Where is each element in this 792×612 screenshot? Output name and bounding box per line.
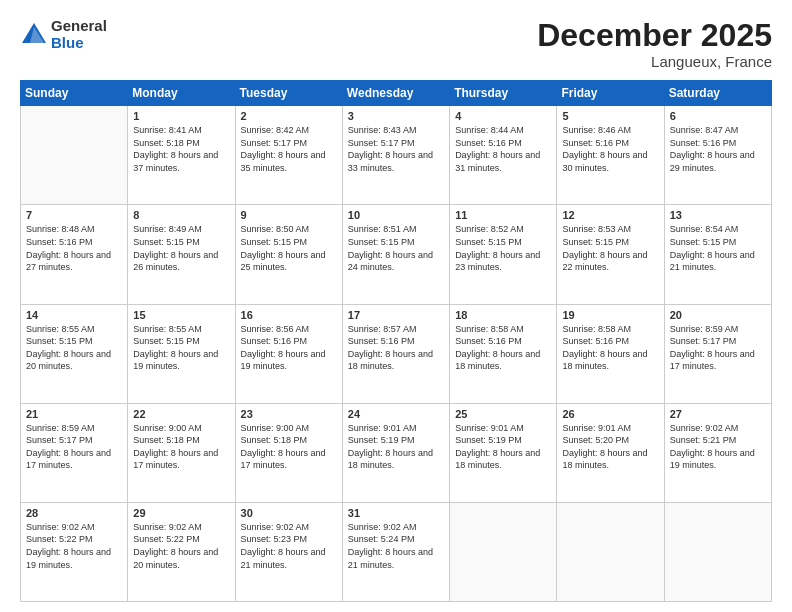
day-number: 20 (670, 309, 766, 321)
calendar-cell: 5Sunrise: 8:46 AMSunset: 5:16 PMDaylight… (557, 106, 664, 205)
day-info: Sunrise: 9:01 AMSunset: 5:19 PMDaylight:… (455, 422, 551, 472)
calendar-cell: 26Sunrise: 9:01 AMSunset: 5:20 PMDayligh… (557, 403, 664, 502)
calendar-cell: 30Sunrise: 9:02 AMSunset: 5:23 PMDayligh… (235, 502, 342, 601)
calendar-cell: 15Sunrise: 8:55 AMSunset: 5:15 PMDayligh… (128, 304, 235, 403)
day-number: 11 (455, 209, 551, 221)
day-info: Sunrise: 9:00 AMSunset: 5:18 PMDaylight:… (133, 422, 229, 472)
calendar-cell: 1Sunrise: 8:41 AMSunset: 5:18 PMDaylight… (128, 106, 235, 205)
day-info: Sunrise: 8:48 AMSunset: 5:16 PMDaylight:… (26, 223, 122, 273)
day-info: Sunrise: 9:02 AMSunset: 5:22 PMDaylight:… (26, 521, 122, 571)
day-number: 24 (348, 408, 444, 420)
calendar-cell: 23Sunrise: 9:00 AMSunset: 5:18 PMDayligh… (235, 403, 342, 502)
calendar-cell: 31Sunrise: 9:02 AMSunset: 5:24 PMDayligh… (342, 502, 449, 601)
day-number: 2 (241, 110, 337, 122)
calendar-cell: 20Sunrise: 8:59 AMSunset: 5:17 PMDayligh… (664, 304, 771, 403)
day-number: 13 (670, 209, 766, 221)
calendar-cell: 21Sunrise: 8:59 AMSunset: 5:17 PMDayligh… (21, 403, 128, 502)
day-info: Sunrise: 9:02 AMSunset: 5:23 PMDaylight:… (241, 521, 337, 571)
calendar-week-5: 28Sunrise: 9:02 AMSunset: 5:22 PMDayligh… (21, 502, 772, 601)
calendar-table: Sunday Monday Tuesday Wednesday Thursday… (20, 80, 772, 602)
day-info: Sunrise: 8:58 AMSunset: 5:16 PMDaylight:… (562, 323, 658, 373)
day-info: Sunrise: 8:51 AMSunset: 5:15 PMDaylight:… (348, 223, 444, 273)
calendar-week-1: 1Sunrise: 8:41 AMSunset: 5:18 PMDaylight… (21, 106, 772, 205)
calendar-week-2: 7Sunrise: 8:48 AMSunset: 5:16 PMDaylight… (21, 205, 772, 304)
col-sunday: Sunday (21, 81, 128, 106)
day-info: Sunrise: 8:53 AMSunset: 5:15 PMDaylight:… (562, 223, 658, 273)
day-number: 30 (241, 507, 337, 519)
calendar-cell: 25Sunrise: 9:01 AMSunset: 5:19 PMDayligh… (450, 403, 557, 502)
calendar-header-row: Sunday Monday Tuesday Wednesday Thursday… (21, 81, 772, 106)
calendar-cell: 27Sunrise: 9:02 AMSunset: 5:21 PMDayligh… (664, 403, 771, 502)
logo-blue: Blue (51, 35, 107, 52)
day-number: 8 (133, 209, 229, 221)
calendar-cell: 7Sunrise: 8:48 AMSunset: 5:16 PMDaylight… (21, 205, 128, 304)
day-number: 10 (348, 209, 444, 221)
calendar-cell: 9Sunrise: 8:50 AMSunset: 5:15 PMDaylight… (235, 205, 342, 304)
location-label: Langueux, France (537, 53, 772, 70)
day-info: Sunrise: 8:46 AMSunset: 5:16 PMDaylight:… (562, 124, 658, 174)
day-number: 16 (241, 309, 337, 321)
day-info: Sunrise: 8:50 AMSunset: 5:15 PMDaylight:… (241, 223, 337, 273)
calendar-cell: 13Sunrise: 8:54 AMSunset: 5:15 PMDayligh… (664, 205, 771, 304)
calendar-cell: 17Sunrise: 8:57 AMSunset: 5:16 PMDayligh… (342, 304, 449, 403)
day-info: Sunrise: 8:52 AMSunset: 5:15 PMDaylight:… (455, 223, 551, 273)
day-info: Sunrise: 9:02 AMSunset: 5:22 PMDaylight:… (133, 521, 229, 571)
calendar-cell: 3Sunrise: 8:43 AMSunset: 5:17 PMDaylight… (342, 106, 449, 205)
calendar-cell: 22Sunrise: 9:00 AMSunset: 5:18 PMDayligh… (128, 403, 235, 502)
day-number: 29 (133, 507, 229, 519)
calendar-cell: 11Sunrise: 8:52 AMSunset: 5:15 PMDayligh… (450, 205, 557, 304)
logo: General Blue (20, 18, 107, 51)
calendar-cell: 24Sunrise: 9:01 AMSunset: 5:19 PMDayligh… (342, 403, 449, 502)
calendar-cell: 12Sunrise: 8:53 AMSunset: 5:15 PMDayligh… (557, 205, 664, 304)
day-number: 6 (670, 110, 766, 122)
calendar-cell: 8Sunrise: 8:49 AMSunset: 5:15 PMDaylight… (128, 205, 235, 304)
day-number: 22 (133, 408, 229, 420)
calendar-week-3: 14Sunrise: 8:55 AMSunset: 5:15 PMDayligh… (21, 304, 772, 403)
day-number: 1 (133, 110, 229, 122)
day-info: Sunrise: 9:01 AMSunset: 5:20 PMDaylight:… (562, 422, 658, 472)
day-number: 7 (26, 209, 122, 221)
day-number: 3 (348, 110, 444, 122)
day-number: 12 (562, 209, 658, 221)
day-number: 18 (455, 309, 551, 321)
day-info: Sunrise: 9:01 AMSunset: 5:19 PMDaylight:… (348, 422, 444, 472)
calendar-cell: 29Sunrise: 9:02 AMSunset: 5:22 PMDayligh… (128, 502, 235, 601)
title-block: December 2025 Langueux, France (537, 18, 772, 70)
calendar-cell: 14Sunrise: 8:55 AMSunset: 5:15 PMDayligh… (21, 304, 128, 403)
logo-icon (20, 21, 48, 49)
day-info: Sunrise: 9:02 AMSunset: 5:24 PMDaylight:… (348, 521, 444, 571)
day-info: Sunrise: 8:42 AMSunset: 5:17 PMDaylight:… (241, 124, 337, 174)
calendar-body: 1Sunrise: 8:41 AMSunset: 5:18 PMDaylight… (21, 106, 772, 602)
month-year-title: December 2025 (537, 18, 772, 53)
calendar-cell (557, 502, 664, 601)
day-number: 21 (26, 408, 122, 420)
calendar-cell: 10Sunrise: 8:51 AMSunset: 5:15 PMDayligh… (342, 205, 449, 304)
day-info: Sunrise: 8:55 AMSunset: 5:15 PMDaylight:… (133, 323, 229, 373)
day-info: Sunrise: 8:58 AMSunset: 5:16 PMDaylight:… (455, 323, 551, 373)
day-number: 17 (348, 309, 444, 321)
day-number: 31 (348, 507, 444, 519)
calendar-cell: 28Sunrise: 9:02 AMSunset: 5:22 PMDayligh… (21, 502, 128, 601)
page: General Blue December 2025 Langueux, Fra… (0, 0, 792, 612)
day-info: Sunrise: 8:59 AMSunset: 5:17 PMDaylight:… (670, 323, 766, 373)
day-number: 5 (562, 110, 658, 122)
day-number: 26 (562, 408, 658, 420)
calendar-cell: 2Sunrise: 8:42 AMSunset: 5:17 PMDaylight… (235, 106, 342, 205)
day-number: 15 (133, 309, 229, 321)
calendar-cell (450, 502, 557, 601)
col-wednesday: Wednesday (342, 81, 449, 106)
day-info: Sunrise: 8:44 AMSunset: 5:16 PMDaylight:… (455, 124, 551, 174)
day-number: 27 (670, 408, 766, 420)
calendar-cell: 19Sunrise: 8:58 AMSunset: 5:16 PMDayligh… (557, 304, 664, 403)
col-friday: Friday (557, 81, 664, 106)
calendar-week-4: 21Sunrise: 8:59 AMSunset: 5:17 PMDayligh… (21, 403, 772, 502)
day-info: Sunrise: 8:49 AMSunset: 5:15 PMDaylight:… (133, 223, 229, 273)
day-number: 28 (26, 507, 122, 519)
day-number: 9 (241, 209, 337, 221)
calendar-cell: 16Sunrise: 8:56 AMSunset: 5:16 PMDayligh… (235, 304, 342, 403)
day-number: 23 (241, 408, 337, 420)
col-tuesday: Tuesday (235, 81, 342, 106)
day-number: 19 (562, 309, 658, 321)
day-number: 25 (455, 408, 551, 420)
day-info: Sunrise: 8:55 AMSunset: 5:15 PMDaylight:… (26, 323, 122, 373)
